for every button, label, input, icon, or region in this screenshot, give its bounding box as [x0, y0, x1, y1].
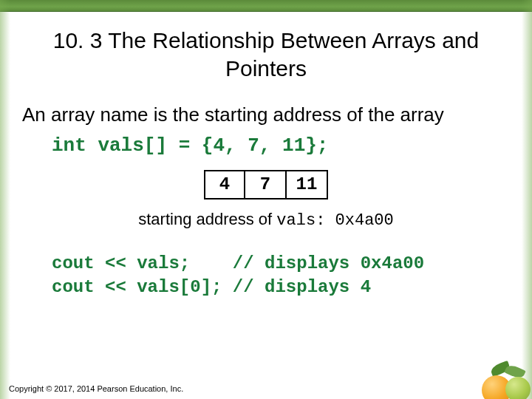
- addr-suffix: : 0x4a00: [316, 211, 394, 230]
- array-cell: 11: [287, 170, 328, 200]
- address-caption: starting address of vals: 0x4a00: [22, 210, 510, 230]
- array-cell: 4: [204, 170, 245, 200]
- header-stripe: [0, 0, 532, 12]
- footer: Copyright © 2017, 2014 Pearson Education…: [9, 381, 523, 393]
- code-line-2: cout << vals[0]; // displays 4: [52, 277, 371, 297]
- addr-var: vals: [276, 211, 316, 230]
- array-declaration-code: int vals[] = {4, 7, 11};: [52, 134, 510, 157]
- addr-prefix: starting address of: [138, 210, 276, 228]
- array-cell: 7: [245, 170, 287, 200]
- leaf-icon: [489, 361, 511, 377]
- code-line-1: cout << vals; // displays 0x4a00: [52, 253, 424, 273]
- leaf-icon: [504, 363, 525, 381]
- copyright-text: Copyright © 2017, 2014 Pearson Education…: [9, 384, 183, 393]
- slide-content: 10. 3 The Relationship Between Arrays an…: [0, 12, 532, 299]
- array-diagram: 4 7 11: [22, 170, 510, 200]
- cout-code-block: cout << vals; // displays 0x4a00 cout <<…: [52, 252, 510, 300]
- page-number: 10-8: [488, 381, 508, 393]
- intro-text: An array name is the starting address of…: [22, 103, 510, 127]
- slide-title: 10. 3 The Relationship Between Arrays an…: [22, 27, 510, 82]
